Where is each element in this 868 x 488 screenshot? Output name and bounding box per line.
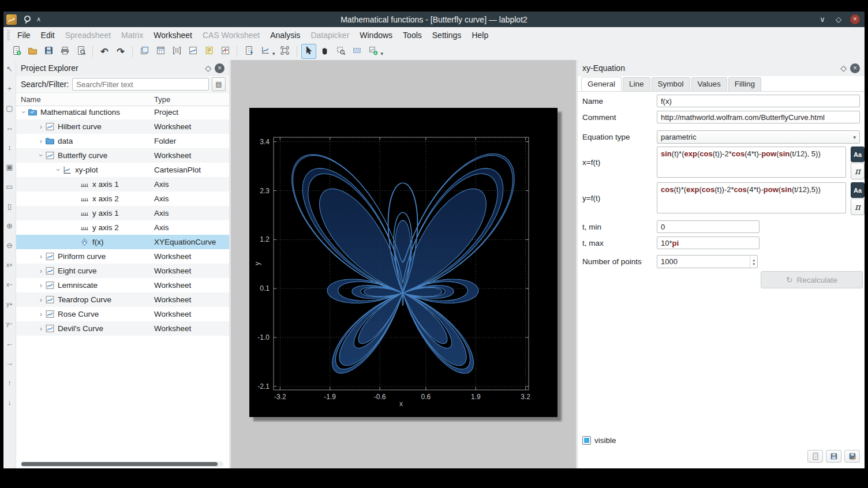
scrollbar-thumb[interactable] — [21, 462, 218, 466]
maximize-button[interactable]: ◇ — [834, 15, 843, 24]
expander-icon[interactable]: › — [20, 108, 28, 117]
expander-icon[interactable]: › — [37, 310, 45, 318]
shift-down-y-icon[interactable]: ↓ — [8, 398, 12, 407]
zoom-in-y-icon[interactable]: y+ — [6, 300, 13, 309]
new-plot-area-button[interactable] — [257, 44, 272, 59]
tree-row-piriform-curve[interactable]: ›Piriform curveWorksheet — [16, 249, 229, 264]
expander-icon[interactable]: › — [37, 281, 45, 290]
menu-settings[interactable]: Settings — [427, 28, 467, 42]
tree-row-f-x[interactable]: f(x)XYEquationCurve — [16, 235, 229, 249]
toolbar-grip[interactable] — [7, 30, 10, 40]
new-matrix-button[interactable] — [169, 44, 184, 59]
auto-scale-x-icon[interactable]: ▭ — [6, 182, 13, 192]
tree-row-butterfly-curve[interactable]: ›Butterfly curveWorksheet — [16, 148, 229, 163]
tree-row-y-axis-2[interactable]: y axis 2Axis — [16, 220, 229, 235]
save-document-button[interactable] — [41, 44, 56, 59]
import-file-button[interactable] — [241, 44, 256, 59]
zoom-out-x-icon[interactable]: x− — [6, 280, 13, 290]
expander-icon[interactable]: › — [37, 266, 45, 275]
tab-values[interactable]: Values — [691, 77, 727, 91]
x-equation-editor[interactable]: sin(t)*(exp(cos(t))-2*cos(4*t)-pow(sin(t… — [657, 147, 846, 178]
tree-row-data[interactable]: ›dataFolder — [16, 134, 229, 148]
zoom-y-select-icon[interactable]: ↕ — [8, 143, 12, 152]
column-name[interactable]: Name — [16, 95, 41, 104]
load-template-button[interactable] — [807, 450, 823, 463]
equation-type-select[interactable]: parametric ▾ — [657, 130, 860, 144]
zoom-select-icon[interactable]: ▢ — [6, 104, 13, 113]
close-button[interactable]: × — [850, 14, 860, 24]
menu-worksheet[interactable]: Worksheet — [148, 28, 197, 42]
tab-filling[interactable]: Filling — [728, 77, 761, 91]
recalculate-button[interactable]: ↻ Recalculate — [761, 271, 863, 288]
save-template-button[interactable] — [826, 450, 841, 463]
insert-function-pi-button-y[interactable]: π — [851, 198, 865, 215]
menu-help[interactable]: Help — [466, 28, 493, 42]
open-document-button[interactable] — [25, 44, 40, 59]
zoom-in-icon[interactable]: ⊕ — [6, 222, 13, 231]
tab-general[interactable]: General — [581, 77, 622, 91]
chevron-down-icon[interactable]: ▾ — [272, 51, 275, 57]
undo-button[interactable]: ↶ — [97, 44, 112, 59]
shift-up-y-icon[interactable]: ↑ — [8, 378, 12, 388]
new-worksheet-button[interactable] — [185, 44, 200, 59]
new-spreadsheet-button[interactable] — [153, 44, 168, 59]
horizontal-scrollbar[interactable] — [21, 461, 223, 467]
select-region-button[interactable] — [350, 44, 365, 59]
plot-area[interactable]: -3.2-1.9-0.60.61.93.23.42.31.20.1-1.0-2.… — [249, 108, 558, 417]
print-button[interactable] — [57, 44, 72, 59]
tab-symbol[interactable]: Symbol — [652, 77, 690, 91]
tree-row-teardrop-curve[interactable]: ›Teardrop CurveWorksheet — [16, 292, 229, 307]
filter-options-button[interactable]: ▤ — [212, 77, 226, 91]
search-input[interactable] — [72, 78, 209, 91]
menu-windows[interactable]: Windows — [354, 28, 398, 42]
auto-scale-icon[interactable]: ▣ — [6, 163, 13, 172]
name-field[interactable] — [657, 95, 860, 107]
comment-field[interactable] — [657, 111, 860, 123]
pin-icon[interactable] — [23, 15, 31, 24]
expander-icon[interactable]: › — [37, 122, 45, 131]
tree-row-hilbert-curve[interactable]: ›Hilbert curveWorksheet — [16, 119, 229, 134]
float-dock-button[interactable]: ◇ — [201, 63, 215, 73]
tree-row-x-axis-2[interactable]: x axis 2Axis — [16, 192, 229, 206]
t-min-field[interactable] — [657, 220, 760, 233]
select-edit-button[interactable] — [301, 44, 316, 59]
tree-row-mathematical-functions[interactable]: ›Mathematical functionsProject — [16, 105, 229, 119]
float-properties-button[interactable]: ◇ — [837, 63, 850, 73]
shift-left-x-icon[interactable]: ← — [6, 339, 13, 348]
shift-right-x-icon[interactable]: → — [6, 359, 13, 368]
expander-icon[interactable]: › — [37, 137, 45, 145]
visible-checkbox[interactable] — [582, 436, 591, 445]
insert-constant-button-y[interactable]: Aa — [851, 182, 865, 198]
insert-constant-button-x[interactable]: Aa — [851, 147, 865, 162]
menu-file[interactable]: File — [12, 28, 36, 42]
tab-line[interactable]: Line — [623, 77, 650, 91]
navigate-button[interactable] — [317, 44, 332, 59]
zoom-select-button[interactable] — [334, 44, 349, 59]
zoom-x-select-icon[interactable]: ↔ — [6, 123, 13, 133]
insert-function-pi-button-x[interactable]: π — [851, 163, 865, 179]
y-equation-editor[interactable]: cos(t)*(exp(cos(t))-2*cos(4*t)-pow(sin(t… — [657, 182, 846, 213]
save-default-button[interactable] — [844, 450, 860, 463]
t-max-field[interactable]: 10*pi — [657, 237, 760, 249]
new-note-button[interactable] — [201, 44, 216, 59]
new-datapicker-button[interactable] — [218, 44, 233, 59]
zoom-in-x-icon[interactable]: x+ — [6, 261, 13, 270]
column-type[interactable]: Type — [154, 95, 170, 104]
redo-button[interactable]: ↷ — [113, 44, 128, 59]
auto-scale-y-icon[interactable]: ▯ — [8, 202, 12, 211]
tree-row-y-axis-1[interactable]: y axis 1Axis — [16, 206, 229, 220]
close-properties-button[interactable]: × — [850, 63, 860, 73]
new-workbook-button[interactable] — [137, 44, 152, 59]
stepper-arrows[interactable]: ▴▾ — [750, 256, 757, 268]
expander-icon[interactable]: › — [37, 295, 45, 304]
menu-analysis[interactable]: Analysis — [265, 28, 305, 42]
expander-icon[interactable]: › — [37, 324, 45, 333]
chevron-down-icon[interactable]: ▾ — [381, 51, 384, 57]
tree-row-lemniscate[interactable]: ›LemniscateWorksheet — [16, 278, 229, 292]
tree-column-header[interactable]: Name Type — [16, 93, 229, 106]
zoom-out-icon[interactable]: ⊖ — [6, 241, 13, 250]
menu-edit[interactable]: Edit — [36, 28, 60, 42]
print-preview-button[interactable] — [73, 44, 88, 59]
tree-row-devil-s-curve[interactable]: ›Devil's CurveWorksheet — [16, 321, 229, 336]
minimize-button[interactable]: ∨ — [818, 15, 827, 24]
